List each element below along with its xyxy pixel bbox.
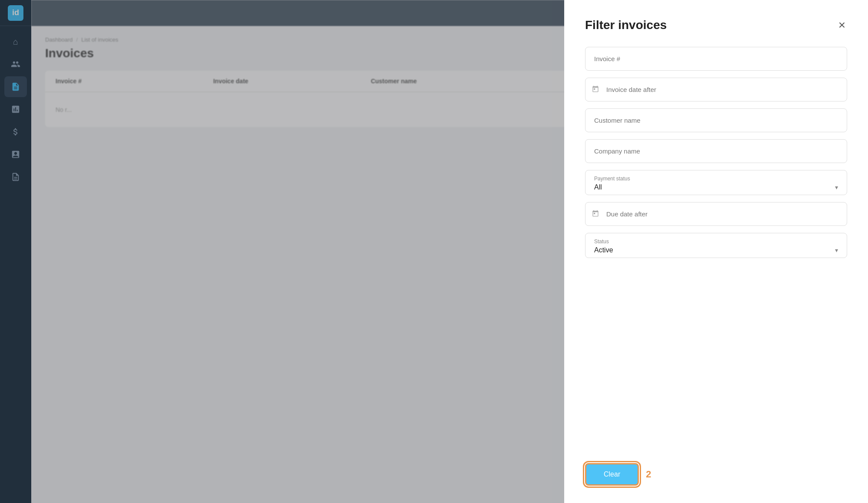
status-value-row: Active ▾ (594, 246, 838, 254)
filter-panel: Filter invoices × Payment status All ▾ (564, 0, 868, 503)
status-chevron-icon: ▾ (835, 247, 838, 254)
payment-status-value: All (594, 183, 602, 191)
panel-header: Filter invoices × (585, 17, 847, 33)
due-date-after-input[interactable] (585, 202, 847, 226)
invoice-number-input[interactable] (585, 47, 847, 71)
payment-status-label: Payment status (594, 176, 838, 182)
payment-status-chevron-icon: ▾ (835, 184, 838, 191)
status-select[interactable]: Status Active ▾ (585, 233, 847, 258)
status-label: Status (594, 238, 838, 245)
due-date-calendar-icon (592, 210, 599, 219)
invoice-date-after-input[interactable] (585, 78, 847, 101)
due-date-after-field (585, 202, 847, 226)
payment-status-value-row: All ▾ (594, 183, 838, 191)
calendar-icon (592, 85, 599, 94)
invoice-date-after-field (585, 78, 847, 101)
panel-footer: Clear 2 (585, 453, 847, 486)
clear-button[interactable]: Clear (585, 463, 639, 486)
customer-name-input[interactable] (585, 108, 847, 132)
company-name-input[interactable] (585, 139, 847, 163)
step-badge: 2 (646, 469, 651, 480)
status-value: Active (594, 246, 613, 254)
form-fields: Payment status All ▾ Status Active ▾ (585, 47, 847, 453)
payment-status-select[interactable]: Payment status All ▾ (585, 170, 847, 195)
panel-title: Filter invoices (585, 18, 667, 32)
close-button[interactable]: × (837, 17, 847, 33)
